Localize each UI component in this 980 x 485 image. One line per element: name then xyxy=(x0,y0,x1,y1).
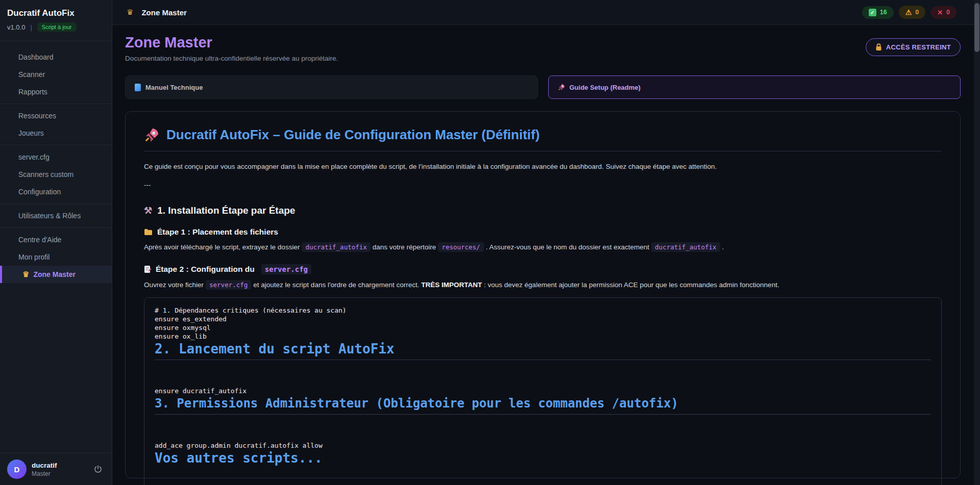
scrollbar-thumb[interactable] xyxy=(974,3,979,52)
code-section-heading: 2. Lancement du script AutoFix xyxy=(155,345,931,360)
step2-paragraph: Ouvrez votre fichierserver.cfget ajoutez… xyxy=(144,280,942,290)
sidebar-item-ressources[interactable]: Ressources xyxy=(0,107,112,124)
sidebar-item-scanner[interactable]: Scanner xyxy=(0,66,112,83)
text-segment: et ajoutez le script dans l'ordre de cha… xyxy=(253,281,421,289)
step-heading-text: Étape 2 : Configuration du xyxy=(156,265,255,274)
error-count: 0 xyxy=(946,9,950,16)
inline-code: server.cfg xyxy=(261,264,311,274)
sidebar-item-dashboard[interactable]: Dashboard xyxy=(0,48,112,66)
restricted-access-button[interactable]: ACCÈS RESTREINT xyxy=(866,38,961,56)
readme-intro: Ce guide est conçu pour vous accompagner… xyxy=(144,162,942,172)
code-line: ensure oxmysql xyxy=(155,323,931,332)
markdown-divider: --- xyxy=(144,181,942,189)
inline-code: server.cfg xyxy=(206,280,251,290)
topbar: ♛ Zone Master ✓ 16 ⚠ 0 ✕ 0 xyxy=(112,0,980,25)
user-role: Master xyxy=(32,470,91,477)
bold-text: TRÈS IMPORTANT xyxy=(421,281,482,289)
lock-icon xyxy=(875,43,882,51)
restricted-label: ACCÈS RESTREINT xyxy=(886,43,951,51)
sidebar-item-utilisateurs-roles[interactable]: Utilisateurs & Rôles xyxy=(0,207,112,224)
tab-guide-setup[interactable]: Guide Setup (Readme) xyxy=(548,75,961,99)
code-line: # 1. Dépendances critiques (nécessaires … xyxy=(155,306,931,315)
user-name: ducratif xyxy=(32,462,91,469)
inline-code: ducratif_autofix xyxy=(651,242,720,252)
check-icon: ✓ xyxy=(869,9,876,16)
code-line: add_ace group.admin ducratif.autofix all… xyxy=(155,441,931,450)
main-area: ♛ Zone Master ✓ 16 ⚠ 0 ✕ 0 Z xyxy=(112,0,980,485)
error-count-badge: ✕ 0 xyxy=(930,6,957,19)
warning-count: 0 xyxy=(915,9,919,16)
user-panel: D ducratif Master xyxy=(0,453,112,485)
app-window: Ducratif AutoFix v1.0.0 | Script à jour … xyxy=(0,0,980,485)
crown-icon: ♛ xyxy=(127,8,133,17)
inline-code: ducratif_autofix xyxy=(302,242,370,252)
sidebar-item-server-cfg[interactable]: server.cfg xyxy=(0,148,112,166)
sidebar-divider xyxy=(0,145,112,145)
app-title: Ducratif AutoFix xyxy=(7,8,105,18)
sidebar: Ducratif AutoFix v1.0.0 | Script à jour … xyxy=(0,0,112,485)
sidebar-item-zone-master[interactable]: ♛ Zone Master xyxy=(0,266,112,283)
step2-heading: Étape 2 : Configuration du server.cfg xyxy=(144,264,942,274)
script-status-badge: Script à jour xyxy=(37,22,77,32)
sidebar-item-scanners-custom[interactable]: Scanners custom xyxy=(0,166,112,183)
text-segment: : vous devez également ajouter la permis… xyxy=(482,281,779,289)
page-subtitle: Documentation technique ultra-confidenti… xyxy=(125,55,338,62)
readme-title: Ducratif AutoFix – Guide de Configuratio… xyxy=(166,127,540,143)
page-content: Zone Master Documentation technique ultr… xyxy=(112,25,980,485)
text-segment: . xyxy=(722,243,724,251)
sidebar-item-centre-aide[interactable]: Centre d'Aide xyxy=(0,231,112,248)
code-section-heading: 3. Permissions Administrateur (Obligatoi… xyxy=(155,399,931,415)
sidebar-divider xyxy=(0,41,112,41)
step1-heading: Étape 1 : Placement des fichiers xyxy=(144,227,942,237)
warning-icon: ⚠ xyxy=(905,8,912,16)
crown-icon: ♛ xyxy=(22,270,29,279)
tab-manuel-technique[interactable]: Manuel Technique xyxy=(125,75,538,99)
section-installation-heading: ⚒ 1. Installation Étape par Étape xyxy=(144,205,942,216)
tools-icon: ⚒ xyxy=(144,205,152,216)
code-line: ensure ox_lib xyxy=(155,332,931,341)
cross-icon: ✕ xyxy=(937,9,943,16)
section-heading-text: 1. Installation Étape par Étape xyxy=(157,205,295,216)
text-segment: Après avoir téléchargé le script, extray… xyxy=(144,243,300,251)
inline-code: resources/ xyxy=(438,242,483,252)
rocket-icon xyxy=(144,127,159,143)
success-count-badge: ✓ 16 xyxy=(862,6,894,19)
scrollbar[interactable] xyxy=(974,0,980,485)
readme-card: Ducratif AutoFix – Guide de Configuratio… xyxy=(125,111,961,478)
sidebar-item-rapports[interactable]: Rapports xyxy=(0,83,112,100)
version-separator: | xyxy=(30,23,32,31)
sidebar-item-configuration[interactable]: Configuration xyxy=(0,183,112,200)
text-segment: dans votre répertoire xyxy=(373,243,436,251)
logout-button[interactable] xyxy=(91,463,105,476)
text-segment: . Assurez-vous que le nom du dossier est… xyxy=(486,243,649,251)
sidebar-nav: Dashboard Scanner Rapports Ressources Jo… xyxy=(0,44,112,287)
sidebar-header: Ducratif AutoFix v1.0.0 | Script à jour xyxy=(0,0,112,38)
sidebar-item-label: Zone Master xyxy=(33,270,75,278)
sidebar-divider xyxy=(0,104,112,104)
power-icon xyxy=(93,465,103,474)
sidebar-divider xyxy=(0,227,112,228)
app-version: v1.0.0 xyxy=(7,23,25,31)
avatar: D xyxy=(7,460,27,479)
tab-label: Manuel Technique xyxy=(145,84,203,91)
sidebar-divider xyxy=(0,203,112,204)
warning-count-badge: ⚠ 0 xyxy=(899,6,926,19)
sidebar-item-joueurs[interactable]: Joueurs xyxy=(0,124,112,142)
tab-bar: Manuel Technique Guide Setup (Readme) xyxy=(125,75,961,99)
text-segment: Ouvrez votre fichier xyxy=(144,281,204,289)
code-line: ensure es_extended xyxy=(155,315,931,323)
step1-paragraph: Après avoir téléchargé le script, extray… xyxy=(144,242,942,252)
tab-label: Guide Setup (Readme) xyxy=(570,84,641,91)
sidebar-item-mon-profil[interactable]: Mon profil xyxy=(0,248,112,266)
server-cfg-codeblock: # 1. Dépendances critiques (nécessaires … xyxy=(144,297,942,485)
code-line: ensure ducratif_autofix xyxy=(155,387,931,395)
page-title: Zone Master xyxy=(125,34,338,51)
code-section-heading: Vos autres scripts... xyxy=(155,454,931,469)
topbar-title: Zone Master xyxy=(141,8,186,17)
step-heading-text: Étape 1 : Placement des fichiers xyxy=(157,227,278,237)
folder-icon xyxy=(144,228,153,236)
success-count: 16 xyxy=(880,9,887,16)
rocket-icon xyxy=(558,84,565,91)
book-icon xyxy=(135,84,141,91)
memo-icon xyxy=(144,265,151,273)
